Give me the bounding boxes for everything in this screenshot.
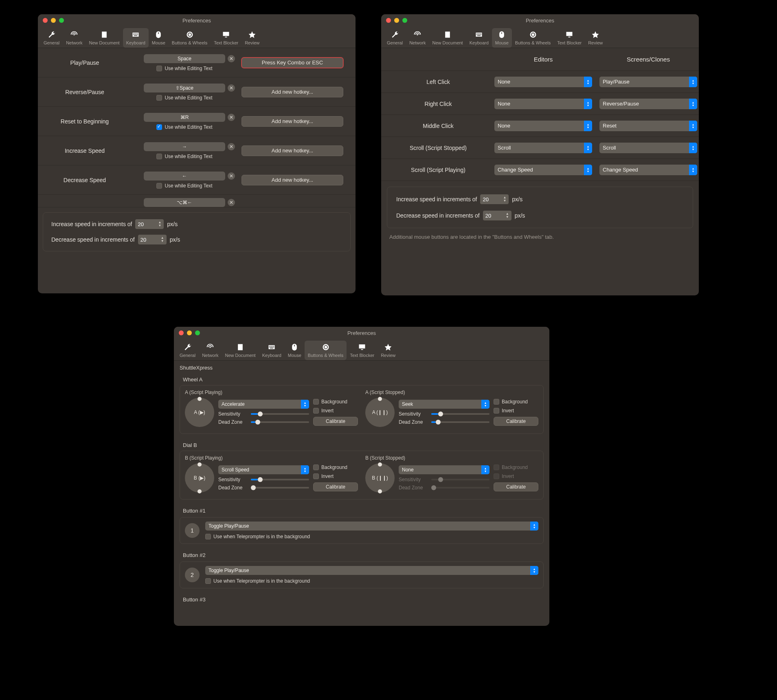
invert-checkbox[interactable]: Invert bbox=[313, 408, 358, 414]
editors-select[interactable]: None bbox=[494, 121, 592, 131]
button-2-action-select[interactable]: Toggle Play/Pause bbox=[205, 566, 538, 575]
screens-select[interactable]: Change Speed bbox=[599, 165, 697, 175]
press-key-combo-button[interactable]: Press Key Combo or ESC bbox=[241, 57, 343, 68]
decrease-speed-stepper[interactable]: 20 ▲▼ bbox=[138, 235, 167, 244]
increase-speed-stepper[interactable]: 20 ▲▼ bbox=[135, 219, 164, 229]
editors-select[interactable]: Scroll bbox=[494, 143, 592, 153]
screens-select[interactable]: Reset bbox=[599, 121, 697, 131]
titlebar[interactable]: Preferences bbox=[381, 14, 699, 26]
tab-buttons-wheels[interactable]: Buttons & Wheels bbox=[512, 28, 554, 48]
increase-speed-stepper[interactable]: 20▲▼ bbox=[480, 194, 509, 204]
editors-select[interactable]: None bbox=[494, 77, 592, 87]
add-hotkey-button[interactable]: Add new hotkey... bbox=[241, 87, 343, 97]
zoom-icon[interactable] bbox=[402, 18, 407, 23]
button-1-action-select[interactable]: Toggle Play/Pause bbox=[205, 522, 538, 531]
tab-buttons-wheels[interactable]: Buttons & Wheels bbox=[305, 341, 347, 360]
remove-hotkey-icon[interactable]: ✕ bbox=[228, 143, 235, 150]
use-while-editing-checkbox[interactable]: Use while Editing Text bbox=[156, 183, 212, 189]
background-checkbox[interactable]: Background bbox=[313, 399, 358, 405]
screens-select[interactable]: Scroll bbox=[599, 143, 697, 153]
wheel-a-playing-dial[interactable]: A (▶) bbox=[185, 398, 214, 427]
background-checkbox[interactable]: Background bbox=[494, 399, 538, 405]
tab-keyboard[interactable]: Keyboard bbox=[466, 28, 492, 48]
tab-network[interactable]: Network bbox=[199, 341, 222, 360]
screens-select[interactable]: Play/Pause bbox=[599, 77, 697, 87]
tab-general[interactable]: General bbox=[384, 28, 406, 48]
use-in-background-checkbox[interactable]: Use when Teleprompter is in the backgrou… bbox=[205, 534, 538, 539]
tab-review[interactable]: Review bbox=[585, 28, 606, 48]
zoom-icon[interactable] bbox=[195, 330, 200, 335]
close-icon[interactable] bbox=[179, 330, 184, 335]
hotkey-chip[interactable]: ⌘R bbox=[144, 113, 225, 122]
screens-select[interactable]: Reverse/Pause bbox=[599, 99, 697, 109]
decrease-speed-stepper[interactable]: 20▲▼ bbox=[483, 211, 511, 220]
tab-new-document[interactable]: New Document bbox=[86, 28, 123, 48]
tab-mouse[interactable]: Mouse bbox=[149, 28, 169, 48]
tab-network[interactable]: Network bbox=[406, 28, 429, 48]
hotkey-chip[interactable]: ← bbox=[144, 172, 225, 181]
hotkey-chip[interactable]: ⇧Space bbox=[144, 84, 225, 92]
editors-select[interactable]: Change Speed bbox=[494, 165, 592, 175]
stepper-arrows-icon[interactable]: ▲▼ bbox=[504, 211, 511, 220]
stepper-arrows-icon[interactable]: ▲▼ bbox=[159, 236, 166, 244]
tab-text-blocker[interactable]: Text Blocker bbox=[347, 341, 378, 360]
stepper-arrows-icon[interactable]: ▲▼ bbox=[156, 220, 163, 228]
titlebar[interactable]: Preferences bbox=[174, 327, 549, 339]
sensitivity-slider[interactable] bbox=[431, 413, 489, 415]
calibrate-button[interactable]: Calibrate bbox=[494, 417, 538, 426]
tab-mouse[interactable]: Mouse bbox=[285, 341, 305, 360]
wheel-a-playing-select[interactable]: Accelerate bbox=[218, 400, 309, 409]
use-while-editing-checkbox[interactable]: Use while Editing Text bbox=[156, 124, 212, 130]
dial-b-playing-select[interactable]: Scroll Speed bbox=[218, 465, 309, 474]
deadzone-slider[interactable] bbox=[251, 487, 309, 489]
tab-network[interactable]: Network bbox=[63, 28, 86, 48]
tab-general[interactable]: General bbox=[176, 341, 199, 360]
minimize-icon[interactable] bbox=[394, 18, 399, 23]
editors-select[interactable]: None bbox=[494, 99, 592, 109]
stepper-arrows-icon[interactable]: ▲▼ bbox=[501, 195, 508, 203]
tab-general[interactable]: General bbox=[40, 28, 63, 48]
remove-hotkey-icon[interactable]: ✕ bbox=[228, 84, 235, 92]
tab-new-document[interactable]: New Document bbox=[429, 28, 466, 48]
close-icon[interactable] bbox=[386, 18, 391, 23]
tab-keyboard[interactable]: Keyboard bbox=[123, 28, 149, 48]
invert-checkbox[interactable]: Invert bbox=[313, 473, 358, 479]
tab-text-blocker[interactable]: Text Blocker bbox=[554, 28, 585, 48]
tab-text-blocker[interactable]: Text Blocker bbox=[211, 28, 241, 48]
add-hotkey-button[interactable]: Add new hotkey... bbox=[241, 175, 343, 185]
remove-hotkey-icon[interactable]: ✕ bbox=[228, 172, 235, 180]
minimize-icon[interactable] bbox=[187, 330, 192, 335]
tab-buttons-wheels[interactable]: Buttons & Wheels bbox=[169, 28, 211, 48]
tab-keyboard[interactable]: Keyboard bbox=[259, 341, 285, 360]
use-while-editing-checkbox[interactable]: Use while Editing Text bbox=[156, 66, 212, 71]
close-icon[interactable] bbox=[43, 18, 48, 23]
use-in-background-checkbox[interactable]: Use when Teleprompter is in the backgrou… bbox=[205, 578, 538, 584]
wheel-a-stopped-dial[interactable]: A (❙❙) bbox=[365, 398, 395, 427]
deadzone-slider[interactable] bbox=[431, 421, 489, 423]
hotkey-chip[interactable]: ⌥⌘← bbox=[144, 198, 225, 207]
use-while-editing-checkbox[interactable]: Use while Editing Text bbox=[156, 95, 212, 101]
minimize-icon[interactable] bbox=[51, 18, 56, 23]
tab-mouse[interactable]: Mouse bbox=[492, 28, 512, 48]
use-while-editing-checkbox[interactable]: Use while Editing Text bbox=[156, 154, 212, 159]
invert-checkbox[interactable]: Invert bbox=[494, 408, 538, 414]
calibrate-button[interactable]: Calibrate bbox=[313, 482, 358, 491]
dial-b-playing-dial[interactable]: B (▶) bbox=[185, 463, 214, 493]
remove-hotkey-icon[interactable]: ✕ bbox=[228, 114, 235, 121]
hotkey-chip[interactable]: Space bbox=[144, 54, 225, 63]
dial-b-stopped-dial[interactable]: B (❙❙) bbox=[365, 463, 395, 493]
hotkey-chip[interactable]: → bbox=[144, 142, 225, 151]
titlebar[interactable]: Preferences bbox=[38, 14, 356, 26]
deadzone-slider[interactable] bbox=[251, 421, 309, 423]
calibrate-button[interactable]: Calibrate bbox=[313, 417, 358, 426]
wheel-a-stopped-select[interactable]: Seek bbox=[399, 400, 489, 409]
remove-hotkey-icon[interactable]: ✕ bbox=[228, 55, 235, 62]
remove-hotkey-icon[interactable]: ✕ bbox=[228, 199, 235, 206]
add-hotkey-button[interactable]: Add new hotkey... bbox=[241, 116, 343, 127]
tab-new-document[interactable]: New Document bbox=[222, 341, 259, 360]
dial-b-stopped-select[interactable]: None bbox=[399, 465, 489, 474]
sensitivity-slider[interactable] bbox=[251, 479, 309, 480]
calibrate-button[interactable]: Calibrate bbox=[494, 482, 538, 491]
zoom-icon[interactable] bbox=[59, 18, 64, 23]
tab-review[interactable]: Review bbox=[241, 28, 263, 48]
